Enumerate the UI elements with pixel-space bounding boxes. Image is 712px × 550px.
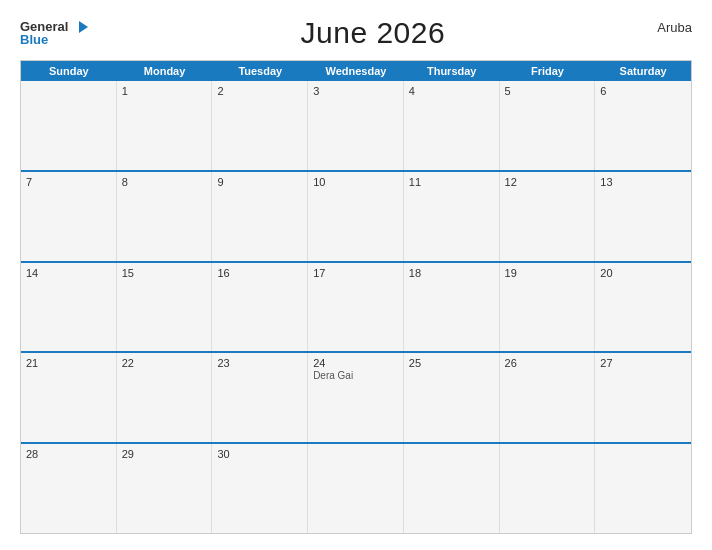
day-number: 14 [26,267,111,279]
day-number: 28 [26,448,111,460]
table-row: 16 [212,263,308,352]
table-row: 7 [21,172,117,261]
day-number: 1 [122,85,207,97]
day-number: 16 [217,267,302,279]
calendar-header: Sunday Monday Tuesday Wednesday Thursday… [21,61,691,81]
day-number: 15 [122,267,207,279]
day-number: 26 [505,357,590,369]
table-row: 11 [404,172,500,261]
day-number: 7 [26,176,111,188]
logo-blue-text: Blue [20,33,48,46]
day-number: 8 [122,176,207,188]
day-number: 9 [217,176,302,188]
day-number: 5 [505,85,590,97]
table-row: 28 [21,444,117,533]
svg-marker-0 [79,21,88,33]
table-row: 13 [595,172,691,261]
table-row: 1 [117,81,213,170]
day-number: 10 [313,176,398,188]
dow-saturday: Saturday [595,61,691,81]
table-row: 27 [595,353,691,442]
dow-sunday: Sunday [21,61,117,81]
table-row: 26 [500,353,596,442]
day-number: 17 [313,267,398,279]
table-row: 5 [500,81,596,170]
calendar-event: Dera Gai [313,370,353,381]
dow-wednesday: Wednesday [308,61,404,81]
dow-thursday: Thursday [404,61,500,81]
day-number: 22 [122,357,207,369]
calendar: Sunday Monday Tuesday Wednesday Thursday… [20,60,692,534]
week-1: 123456 [21,81,691,170]
table-row: 25 [404,353,500,442]
table-row: 4 [404,81,500,170]
day-number: 19 [505,267,590,279]
table-row: 12 [500,172,596,261]
day-number: 24 [313,357,398,369]
table-row [21,81,117,170]
table-row: 8 [117,172,213,261]
day-number: 6 [600,85,686,97]
table-row: 15 [117,263,213,352]
table-row [595,444,691,533]
table-row: 20 [595,263,691,352]
week-4: 21222324Dera Gai252627 [21,351,691,442]
table-row: 18 [404,263,500,352]
region-label: Aruba [657,20,692,35]
logo-flag-icon [70,21,88,33]
calendar-title: June 2026 [301,16,446,50]
table-row [500,444,596,533]
table-row: 29 [117,444,213,533]
table-row [308,444,404,533]
table-row: 23 [212,353,308,442]
day-number: 30 [217,448,302,460]
day-number: 13 [600,176,686,188]
dow-tuesday: Tuesday [212,61,308,81]
table-row: 19 [500,263,596,352]
day-number: 23 [217,357,302,369]
dow-friday: Friday [500,61,596,81]
day-number: 12 [505,176,590,188]
day-number: 20 [600,267,686,279]
week-5: 282930 [21,442,691,533]
day-number: 11 [409,176,494,188]
day-number: 21 [26,357,111,369]
week-2: 78910111213 [21,170,691,261]
table-row: 9 [212,172,308,261]
day-number: 2 [217,85,302,97]
day-number: 27 [600,357,686,369]
table-row: 17 [308,263,404,352]
table-row: 2 [212,81,308,170]
table-row [404,444,500,533]
day-number: 25 [409,357,494,369]
page-header: General Blue June 2026 Aruba [20,16,692,50]
table-row: 21 [21,353,117,442]
logo: General Blue [20,20,88,46]
day-number: 18 [409,267,494,279]
table-row: 6 [595,81,691,170]
day-number: 29 [122,448,207,460]
table-row: 10 [308,172,404,261]
dow-monday: Monday [117,61,213,81]
day-number: 4 [409,85,494,97]
table-row: 24Dera Gai [308,353,404,442]
week-3: 14151617181920 [21,261,691,352]
table-row: 22 [117,353,213,442]
table-row: 3 [308,81,404,170]
day-number: 3 [313,85,398,97]
table-row: 14 [21,263,117,352]
calendar-body: 123456789101112131415161718192021222324D… [21,81,691,533]
table-row: 30 [212,444,308,533]
